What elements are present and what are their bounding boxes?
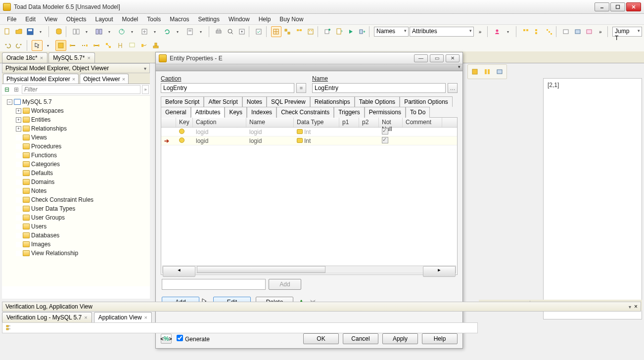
filter-input[interactable] — [22, 85, 140, 94]
dialog-tab[interactable]: After Script — [204, 96, 242, 107]
grid-row[interactable]: logidlogidInt — [161, 128, 457, 136]
dialog-tab[interactable]: Relationships — [310, 96, 355, 107]
grid-header-cell[interactable]: p2 — [359, 118, 379, 127]
save-dd-icon[interactable]: ▾ — [36, 26, 46, 37]
sync-dd-icon[interactable]: ▾ — [128, 26, 138, 37]
grid-header-cell[interactable]: p1 — [339, 118, 359, 127]
display-names-combo[interactable]: Names — [374, 27, 409, 37]
minimize-button[interactable] — [595, 2, 609, 11]
grid-header-cell[interactable]: Comment — [403, 118, 442, 127]
tab-verification-log[interactable]: Verification Log - MySQL 5.7× — [2, 312, 92, 322]
dialog-tab[interactable]: Notes — [242, 96, 267, 107]
tree-node-label[interactable]: User Groups — [31, 214, 65, 221]
ok-button[interactable]: OK — [303, 333, 339, 344]
caption-input[interactable] — [161, 83, 294, 93]
tree-node-label[interactable]: Domains — [31, 179, 54, 185]
rel6-icon[interactable] — [138, 40, 149, 51]
refresh-dd-icon[interactable]: ▾ — [174, 26, 184, 37]
notnull-checkbox[interactable] — [382, 128, 388, 135]
rel4-icon[interactable] — [103, 40, 114, 51]
rel1-icon[interactable] — [67, 40, 78, 51]
close-icon[interactable]: × — [634, 303, 638, 310]
menu-buy-now[interactable]: Buy Now — [276, 15, 307, 24]
dialog-tab[interactable]: To Do — [406, 107, 430, 118]
dialog-tab[interactable]: SQL Preview — [267, 96, 310, 107]
jump-combo[interactable]: Jump T — [612, 27, 642, 37]
dialog-close-button[interactable]: ✕ — [446, 54, 460, 62]
ws2-icon[interactable] — [482, 66, 493, 77]
close-icon[interactable]: × — [144, 315, 147, 320]
menu-tools[interactable]: Tools — [143, 15, 165, 24]
pointer-dd-icon[interactable]: ▾ — [44, 40, 54, 51]
version-icon[interactable] — [139, 26, 150, 37]
print-icon[interactable] — [214, 26, 224, 37]
inline-add-input[interactable] — [162, 279, 266, 290]
tree-node-label[interactable]: Defaults — [31, 170, 53, 177]
horizontal-scrollbar[interactable]: ◄ ► — [162, 266, 456, 273]
generate-check[interactable] — [177, 335, 183, 341]
gear-icon[interactable]: ▾ — [144, 66, 146, 71]
nav2-icon[interactable] — [572, 26, 583, 37]
close-icon[interactable]: × — [122, 76, 125, 82]
tab-object-viewer[interactable]: Object Viewer× — [80, 74, 129, 84]
maximize-button[interactable] — [610, 2, 625, 11]
chevron-down-icon[interactable]: ▾ — [456, 64, 462, 71]
twisty-icon[interactable]: − — [7, 99, 12, 105]
tree-node-label[interactable]: Databases — [31, 232, 59, 239]
grid-header-cell[interactable]: Name — [246, 118, 294, 127]
tab-application-view[interactable]: Application View× — [94, 312, 152, 322]
script-dd-icon[interactable]: ▾ — [196, 26, 207, 37]
menu-objects[interactable]: Objects — [62, 15, 91, 24]
tab-physical-model-explorer[interactable]: Physical Model Explorer× — [3, 74, 79, 84]
redo-icon[interactable] — [14, 40, 25, 51]
ws1-icon[interactable] — [469, 66, 480, 77]
tree-node-label[interactable]: Procedures — [31, 143, 61, 150]
twisty-icon[interactable]: + — [16, 108, 21, 114]
menu-edit[interactable]: Edit — [21, 15, 40, 24]
dialog-tab[interactable]: Permissions — [365, 107, 406, 118]
tree-node-label[interactable]: Views — [31, 134, 47, 141]
add-table-icon[interactable] — [322, 26, 333, 37]
dialog-tab[interactable]: Indexes — [247, 107, 276, 118]
close-icon[interactable]: × — [84, 315, 87, 320]
menu-file[interactable]: File — [3, 15, 20, 24]
undo-icon[interactable] — [2, 40, 13, 51]
grid-header-cell[interactable]: Caption — [193, 118, 246, 127]
verify-icon[interactable] — [254, 26, 264, 37]
refresh-icon[interactable] — [162, 26, 173, 37]
name-input[interactable] — [312, 83, 446, 93]
layout2-icon[interactable] — [294, 26, 304, 37]
name-browse-button[interactable]: … — [448, 83, 458, 93]
align2-icon[interactable] — [532, 26, 543, 37]
tree-node-label[interactable]: User Data Types — [31, 205, 75, 212]
tree-node-label[interactable]: Functions — [31, 152, 57, 159]
menu-layout[interactable]: Layout — [92, 15, 117, 24]
rel2-icon[interactable] — [79, 40, 90, 51]
open-icon[interactable] — [13, 26, 24, 37]
dialog-tab[interactable]: Check Constraints — [276, 107, 334, 118]
merge-icon[interactable] — [93, 26, 104, 37]
menu-view[interactable]: View — [41, 15, 61, 24]
save-icon[interactable] — [25, 26, 35, 37]
user-dd-icon[interactable]: ▾ — [504, 26, 514, 37]
apply-button[interactable]: Apply — [382, 333, 418, 344]
align1-icon[interactable] — [521, 26, 531, 37]
scroll-left-button[interactable]: ◄ — [163, 266, 195, 277]
twisty-icon[interactable]: + — [16, 117, 21, 123]
code-brackets-icon[interactable]: <%> — [161, 334, 172, 344]
inline-add-button[interactable]: Add — [269, 279, 301, 290]
close-button[interactable] — [626, 2, 641, 11]
dialog-tab[interactable]: Keys — [225, 107, 247, 118]
deploy-icon[interactable] — [357, 26, 367, 37]
entity-tool-icon[interactable] — [55, 40, 66, 51]
user-icon[interactable] — [492, 26, 503, 37]
layout3-icon[interactable] — [305, 26, 316, 37]
export-icon[interactable] — [236, 26, 247, 37]
preview-icon[interactable] — [225, 26, 235, 37]
menu-help[interactable]: Help — [255, 15, 275, 24]
tree-node-label[interactable]: Notes — [31, 187, 46, 194]
close-icon[interactable]: × — [87, 55, 90, 61]
scroll-right-button[interactable]: ► — [423, 266, 456, 277]
stamp-tool-icon[interactable] — [150, 40, 161, 51]
run-icon[interactable] — [345, 26, 356, 37]
